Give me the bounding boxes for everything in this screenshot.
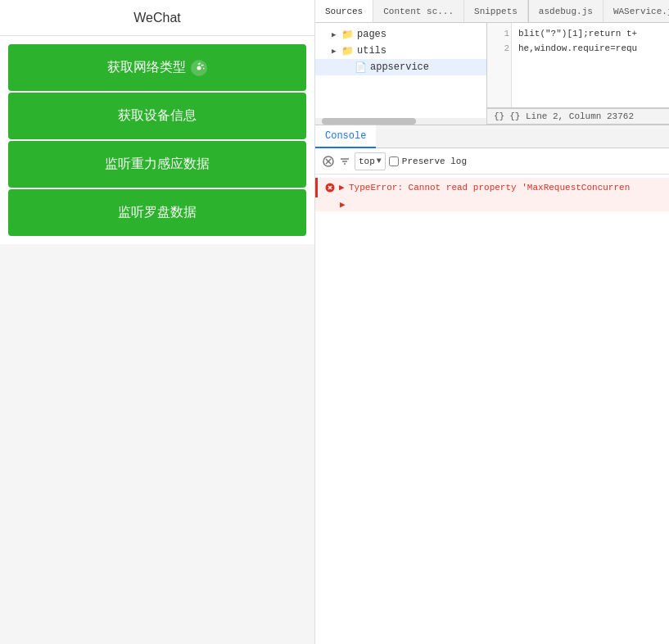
console-error-message: ▶ TypeError: Cannot read property 'MaxRe… — [315, 178, 669, 197]
tab-sources[interactable]: Sources — [315, 0, 373, 23]
error-circle-icon — [324, 182, 336, 193]
console-section: Console — [315, 125, 669, 644]
get-network-type-button[interactable]: 获取网络类型 — [8, 44, 306, 91]
folder-icon-utils: 📁 — [341, 45, 354, 57]
listen-compass-label: 监听罗盘数据 — [118, 204, 197, 221]
file-tree-scrollbar-thumb — [322, 118, 416, 125]
sources-code-area: ▶ 📁 pages ▶ 📁 utils ▶ 📄 appservice — [315, 23, 669, 125]
listen-gravity-button[interactable]: 监听重力感应数据 — [8, 141, 306, 188]
tab-console[interactable]: Console — [315, 125, 376, 148]
folder-icon-pages: 📁 — [341, 29, 354, 41]
listen-compass-button[interactable]: 监听罗盘数据 — [8, 189, 306, 236]
code-content: blit("?")[1];return t+ he,window.require… — [512, 23, 644, 107]
status-text: {} Line 2, Column 23762 — [509, 111, 634, 121]
status-bar: {} {} Line 2, Column 23762 — [487, 108, 669, 125]
svg-point-0 — [197, 66, 201, 70]
wechat-title-text: WeChat — [133, 11, 181, 25]
format-icon[interactable]: {} — [494, 111, 504, 121]
console-clear-button[interactable] — [322, 155, 335, 168]
console-messages: ▶ TypeError: Cannot read property 'MaxRe… — [315, 175, 669, 644]
file-tree: ▶ 📁 pages ▶ 📁 utils ▶ 📄 appservice — [315, 23, 486, 79]
wechat-title: WeChat — [0, 0, 314, 36]
file-tree-panel: ▶ 📁 pages ▶ 📁 utils ▶ 📄 appservice — [315, 23, 487, 125]
tab-snippets[interactable]: Snippets — [464, 0, 528, 23]
arrow-right-icon: ▶ — [332, 30, 340, 39]
tab-content-scripts[interactable]: Content sc... — [373, 0, 464, 23]
tab-waservice[interactable]: WAService.js — [603, 0, 669, 23]
file-icon-appservice: 📄 — [355, 61, 367, 74]
devtools-top-tabs: Sources Content sc... Snippets asdebug.j… — [315, 0, 669, 23]
code-line-2: he,window.require=requ — [518, 41, 637, 56]
wechat-button-list: 获取网络类型 获取设备信息 监听重力感应数据 — [0, 36, 314, 244]
file-tree-scrollbar[interactable] — [315, 118, 486, 125]
get-device-info-label: 获取设备信息 — [118, 107, 197, 125]
error-text: TypeError: Cannot read property 'MaxRequ… — [349, 181, 630, 194]
tab-asdebug[interactable]: asdebug.js — [529, 0, 603, 23]
wechat-simulator: WeChat 获取网络类型 获取设备信息 — [0, 0, 315, 644]
code-line-1: blit("?")[1];return t+ — [518, 26, 637, 41]
code-area: 1 2 blit("?")[1];return t+ he,window.req… — [487, 23, 669, 108]
devtools-panel: Sources Content sc... Snippets asdebug.j… — [315, 0, 669, 644]
file-appservice[interactable]: ▶ 📄 appservice — [315, 59, 486, 75]
console-toolbar: top ▼ Preserve log — [315, 148, 669, 175]
console-continuation: ▶ — [315, 197, 669, 211]
code-view-panel: 1 2 blit("?")[1];return t+ he,window.req… — [487, 23, 669, 125]
folder-utils[interactable]: ▶ 📁 utils — [315, 43, 486, 59]
get-network-type-label: 获取网络类型 — [107, 59, 186, 76]
chevron-down-icon: ▼ — [377, 156, 382, 166]
console-filter-button[interactable] — [338, 155, 351, 168]
main-container: WeChat 获取网络类型 获取设备信息 — [0, 0, 669, 644]
get-device-info-button[interactable]: 获取设备信息 — [8, 93, 306, 139]
console-tab-bar: Console — [315, 125, 669, 148]
error-expand-icon[interactable]: ▶ — [339, 181, 347, 194]
listen-gravity-label: 监听重力感应数据 — [105, 156, 210, 173]
arrow-right-icon: ▶ — [332, 47, 340, 56]
preserve-log-label[interactable]: Preserve log — [389, 156, 467, 166]
line-numbers: 1 2 — [487, 23, 512, 107]
console-level-select[interactable]: top ▼ — [355, 152, 386, 170]
gear-icon — [191, 60, 207, 76]
folder-pages[interactable]: ▶ 📁 pages — [315, 26, 486, 43]
preserve-log-checkbox[interactable] — [389, 156, 399, 166]
